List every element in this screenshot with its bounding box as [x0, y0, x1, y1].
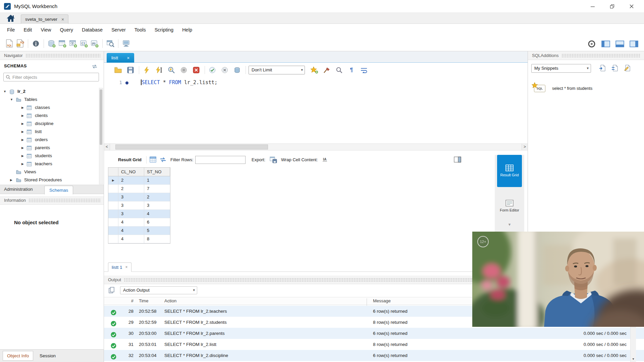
create-table-icon[interactable]: [57, 38, 68, 49]
toggle-side-panel-icon[interactable]: [454, 157, 461, 164]
filter-objects-input[interactable]: [12, 73, 97, 81]
more-views-chevron-icon[interactable]: ▾: [495, 222, 524, 227]
scroll-left-button[interactable]: <: [104, 144, 110, 150]
menu-view[interactable]: View: [36, 24, 55, 36]
cell[interactable]: 4: [144, 210, 170, 218]
menu-help[interactable]: Help: [178, 24, 197, 36]
replace-snippet-icon[interactable]: [611, 64, 619, 73]
cell[interactable]: 4: [118, 227, 144, 235]
form-editor-view-button[interactable]: Form Editor: [497, 193, 522, 220]
grid-row[interactable]: 33: [108, 201, 170, 210]
refresh-grid-icon[interactable]: [160, 157, 166, 164]
cell[interactable]: 7: [144, 185, 170, 193]
menu-scripting[interactable]: Scripting: [150, 24, 178, 36]
open-sql-script-icon[interactable]: SQL: [15, 38, 25, 49]
menu-query[interactable]: Query: [56, 24, 78, 36]
grid-row[interactable]: 45: [108, 227, 170, 235]
tree-node-table[interactable]: ▶ listt: [0, 128, 98, 136]
toggle-bottom-panel-icon[interactable]: [614, 39, 625, 49]
expander-icon[interactable]: ▶: [21, 138, 24, 141]
expander-icon[interactable]: ▶: [21, 154, 24, 158]
tab-session[interactable]: Session: [40, 351, 56, 361]
tree-node-views[interactable]: Views: [0, 168, 98, 176]
grid-row[interactable]: 46: [108, 218, 170, 227]
tree-node-table[interactable]: ▶ orders: [0, 136, 98, 144]
wrap-cell-content-icon[interactable]: IA: [323, 157, 327, 162]
cell[interactable]: 3: [118, 210, 144, 218]
execute-current-statement-icon[interactable]: [154, 65, 164, 75]
create-procedure-icon[interactable]: { }: [78, 38, 89, 49]
tree-scrollbar[interactable]: [99, 88, 103, 184]
connection-tab[interactable]: sveta_to_server ×: [21, 14, 68, 24]
tree-node-tables[interactable]: ▼ Tables: [0, 96, 98, 104]
scroll-right-button[interactable]: >: [522, 144, 528, 150]
tree-node-table[interactable]: ▶ clients: [0, 112, 98, 120]
add-snippet-icon[interactable]: [310, 65, 319, 75]
toggle-word-wrap-icon[interactable]: [359, 65, 369, 75]
sql-editor[interactable]: 1 SELECT * FROM lr_2.listt;: [104, 77, 528, 143]
menu-server[interactable]: Server: [107, 24, 130, 36]
column-divider[interactable]: [367, 298, 367, 306]
minimize-button[interactable]: [583, 0, 602, 13]
expander-icon[interactable]: ▶: [21, 162, 24, 166]
expander-icon[interactable]: ▼: [10, 98, 13, 101]
cell[interactable]: 6: [144, 218, 170, 227]
stop-query-icon[interactable]: [179, 65, 189, 75]
limit-rows-dropdown[interactable]: Don't Limit ▾: [249, 66, 305, 74]
expander-icon[interactable]: ▶: [21, 122, 24, 125]
open-file-icon[interactable]: [113, 65, 123, 75]
expander-icon[interactable]: ▶: [21, 130, 24, 133]
explain-plan-icon[interactable]: [167, 65, 176, 75]
close-button[interactable]: [622, 0, 641, 13]
query-tab-listt[interactable]: listt ×: [107, 53, 134, 63]
cell[interactable]: 4: [118, 218, 144, 227]
toggle-left-panel-icon[interactable]: [600, 39, 611, 49]
snippets-dropdown[interactable]: My Snippets ▾: [531, 64, 591, 73]
tab-schemas[interactable]: Schemas: [44, 186, 73, 194]
tree-node-table[interactable]: ▶ teachers: [0, 160, 98, 168]
result-tab-listt1[interactable]: listt 1 ×: [108, 262, 131, 272]
tab-object-info[interactable]: Object Info: [3, 351, 33, 361]
toggle-right-panel-icon[interactable]: [629, 39, 639, 49]
create-view-icon[interactable]: [68, 38, 78, 49]
rollback-icon[interactable]: [220, 65, 229, 75]
scroll-down-button[interactable]: ▾: [631, 356, 636, 362]
expander-icon[interactable]: ▶: [21, 114, 24, 117]
grid-row[interactable]: 48: [108, 235, 170, 243]
cell[interactable]: 2: [118, 176, 144, 185]
tree-node-table[interactable]: ▶ classes: [0, 104, 98, 112]
reconnect-server-icon[interactable]: [121, 38, 131, 49]
tab-administration[interactable]: Administration: [4, 187, 33, 192]
query-tab-close-icon[interactable]: ×: [127, 55, 129, 61]
editor-h-scrollbar-thumb[interactable]: [115, 144, 268, 149]
restore-button[interactable]: [602, 0, 622, 13]
tree-node-table[interactable]: ▶ discipline: [0, 120, 98, 128]
result-tab-close-icon[interactable]: ×: [125, 265, 128, 269]
expander-icon[interactable]: ▶: [10, 178, 12, 182]
output-row[interactable]: 32 20:53:04 SELECT * FROM lr_2.disciplin…: [104, 350, 644, 361]
menu-database[interactable]: Database: [77, 24, 107, 36]
expander-icon[interactable]: ▼: [3, 90, 6, 93]
new-sql-tab-icon[interactable]: SQL: [4, 38, 15, 49]
cell[interactable]: 3: [118, 193, 144, 201]
toggle-autocommit-icon[interactable]: [232, 65, 242, 75]
status-ring-icon[interactable]: [586, 39, 597, 49]
refresh-schemas-icon[interactable]: [92, 64, 98, 70]
home-tab[interactable]: [3, 14, 18, 23]
grid-row[interactable]: 27: [108, 185, 170, 193]
video-overlay[interactable]: 12+: [472, 232, 644, 327]
expander-icon[interactable]: ▶: [21, 146, 24, 149]
cell[interactable]: 3: [118, 201, 144, 210]
toggle-invisibles-icon[interactable]: ¶: [347, 65, 356, 75]
grid-view-icon[interactable]: [150, 157, 156, 164]
tree-node-table[interactable]: ▶ students: [0, 152, 98, 160]
save-icon[interactable]: [126, 65, 135, 75]
tree-scrollbar-thumb[interactable]: [100, 89, 102, 145]
copy-output-icon[interactable]: [109, 287, 115, 295]
sql-code-line[interactable]: SELECT * FROM lr_2.listt;: [141, 79, 217, 85]
cell[interactable]: 2: [144, 193, 170, 201]
expander-icon[interactable]: ▶: [21, 106, 24, 109]
kill-connection-icon[interactable]: [192, 65, 201, 75]
output-mode-dropdown[interactable]: Action Output ▾: [120, 286, 197, 294]
create-function-icon[interactable]: {0}: [89, 38, 100, 49]
